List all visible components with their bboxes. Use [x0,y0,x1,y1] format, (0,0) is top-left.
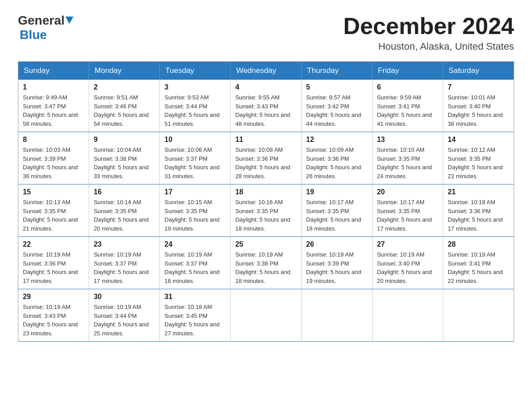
day-info: Sunrise: 10:18 AM Sunset: 3:36 PM Daylig… [448,198,509,233]
daylight-label: Daylight: 5 hours and 31 minutes. [164,164,219,180]
sunrise-label: Sunrise: 10:13 AM [23,199,70,206]
day-number: 18 [235,188,296,196]
table-row: 11 Sunrise: 10:08 AM Sunset: 3:36 PM Day… [231,132,301,184]
table-row: 14 Sunrise: 10:12 AM Sunset: 3:35 PM Day… [443,132,514,184]
sunset-label: Sunset: 3:46 PM [94,103,137,110]
daylight-label: Daylight: 5 hours and 51 minutes. [164,111,219,127]
table-row: 19 Sunrise: 10:17 AM Sunset: 3:35 PM Day… [301,184,372,237]
daylight-label: Daylight: 5 hours and 23 minutes. [448,164,503,180]
sunset-label: Sunset: 3:35 PM [306,208,349,214]
header-tuesday: Tuesday [160,62,231,80]
day-info: Sunrise: 10:18 AM Sunset: 3:45 PM Daylig… [164,303,226,338]
daylight-label: Daylight: 5 hours and 18 minutes. [164,269,219,284]
daylight-label: Daylight: 5 hours and 36 minutes. [23,164,78,180]
sunrise-label: Sunrise: 10:14 AM [94,199,141,206]
sunrise-label: Sunrise: 10:19 AM [164,251,212,258]
daylight-label: Daylight: 5 hours and 41 minutes. [377,111,432,127]
sunrise-label: Sunrise: 10:12 AM [448,146,495,153]
table-row: 27 Sunrise: 10:19 AM Sunset: 3:40 PM Day… [372,237,443,289]
day-info: Sunrise: 10:09 AM Sunset: 3:36 PM Daylig… [306,146,368,180]
day-info: Sunrise: 10:19 AM Sunset: 3:44 PM Daylig… [94,303,155,338]
table-row: 13 Sunrise: 10:10 AM Sunset: 3:35 PM Day… [372,132,443,184]
day-number: 26 [306,240,368,248]
sunrise-label: Sunrise: 9:53 AM [164,94,209,101]
day-info: Sunrise: 10:17 AM Sunset: 3:35 PM Daylig… [306,198,368,233]
table-row: 22 Sunrise: 10:19 AM Sunset: 3:36 PM Day… [18,237,89,289]
table-row: 23 Sunrise: 10:19 AM Sunset: 3:37 PM Day… [89,237,160,289]
day-info: Sunrise: 10:16 AM Sunset: 3:35 PM Daylig… [235,198,296,233]
day-number: 13 [377,136,438,144]
day-info: Sunrise: 10:19 AM Sunset: 3:39 PM Daylig… [306,250,368,285]
table-row: 15 Sunrise: 10:13 AM Sunset: 3:35 PM Day… [18,184,89,237]
table-row: 5 Sunrise: 9:57 AM Sunset: 3:42 PM Dayli… [301,80,372,132]
day-info: Sunrise: 10:19 AM Sunset: 3:40 PM Daylig… [377,250,438,285]
location-subtitle: Houston, Alaska, United States [343,41,514,52]
sunset-label: Sunset: 3:41 PM [448,260,491,267]
logo: General Blue [18,13,75,42]
header-friday: Friday [372,62,443,80]
day-number: 10 [164,136,226,144]
table-row: 21 Sunrise: 10:18 AM Sunset: 3:36 PM Day… [443,184,514,237]
table-row: 1 Sunrise: 9:49 AM Sunset: 3:47 PM Dayli… [18,80,89,132]
day-info: Sunrise: 10:19 AM Sunset: 3:38 PM Daylig… [235,250,296,285]
table-row: 20 Sunrise: 10:17 AM Sunset: 3:35 PM Day… [372,184,443,237]
sunset-label: Sunset: 3:35 PM [235,208,278,214]
table-row: 8 Sunrise: 10:03 AM Sunset: 3:39 PM Dayl… [18,132,89,184]
sunrise-label: Sunrise: 9:51 AM [94,94,138,101]
day-info: Sunrise: 9:59 AM Sunset: 3:41 PM Dayligh… [377,93,438,128]
day-number: 4 [235,83,296,91]
sunrise-label: Sunrise: 10:19 AM [94,304,141,310]
table-row: 29 Sunrise: 10:19 AM Sunset: 3:43 PM Day… [18,289,89,342]
day-info: Sunrise: 10:19 AM Sunset: 3:36 PM Daylig… [23,250,84,285]
day-number: 29 [23,293,84,301]
day-number: 8 [23,136,84,144]
day-info: Sunrise: 10:19 AM Sunset: 3:37 PM Daylig… [94,250,155,285]
sunset-label: Sunset: 3:35 PM [448,155,491,162]
header-thursday: Thursday [301,62,372,80]
sunrise-label: Sunrise: 10:19 AM [235,251,283,258]
sunset-label: Sunset: 3:43 PM [23,313,66,319]
day-info: Sunrise: 9:55 AM Sunset: 3:43 PM Dayligh… [235,93,296,128]
daylight-label: Daylight: 5 hours and 18 minutes. [306,216,361,232]
sunrise-label: Sunrise: 10:19 AM [377,251,425,258]
sunset-label: Sunset: 3:44 PM [94,313,137,319]
table-row [443,289,514,342]
sunrise-label: Sunrise: 9:59 AM [377,94,421,101]
day-number: 20 [377,188,438,196]
day-number: 31 [164,293,226,301]
header-monday: Monday [89,62,160,80]
table-row: 12 Sunrise: 10:09 AM Sunset: 3:36 PM Day… [301,132,372,184]
sunrise-label: Sunrise: 10:19 AM [23,304,70,310]
calendar-week-row: 1 Sunrise: 9:49 AM Sunset: 3:47 PM Dayli… [18,80,514,132]
sunset-label: Sunset: 3:36 PM [23,260,66,267]
table-row: 17 Sunrise: 10:15 AM Sunset: 3:35 PM Day… [160,184,231,237]
day-info: Sunrise: 9:51 AM Sunset: 3:46 PM Dayligh… [94,93,155,128]
sunrise-label: Sunrise: 9:57 AM [306,94,351,101]
sunset-label: Sunset: 3:40 PM [377,260,420,267]
day-info: Sunrise: 10:12 AM Sunset: 3:35 PM Daylig… [448,146,509,180]
logo-blue-text: Blue [20,28,47,42]
sunrise-label: Sunrise: 10:19 AM [306,251,354,258]
daylight-label: Daylight: 5 hours and 20 minutes. [377,269,432,284]
day-number: 11 [235,136,296,144]
sunset-label: Sunset: 3:36 PM [235,155,278,162]
table-row: 24 Sunrise: 10:19 AM Sunset: 3:37 PM Day… [160,237,231,289]
daylight-label: Daylight: 5 hours and 54 minutes. [94,111,149,127]
daylight-label: Daylight: 5 hours and 17 minutes. [377,216,432,232]
day-info: Sunrise: 10:17 AM Sunset: 3:35 PM Daylig… [377,198,438,233]
header-wednesday: Wednesday [231,62,301,80]
sunset-label: Sunset: 3:35 PM [164,208,207,214]
day-number: 15 [23,188,84,196]
sunrise-label: Sunrise: 9:49 AM [23,94,67,101]
table-row: 26 Sunrise: 10:19 AM Sunset: 3:39 PM Day… [301,237,372,289]
table-row [301,289,372,342]
day-info: Sunrise: 10:03 AM Sunset: 3:39 PM Daylig… [23,146,84,180]
calendar-week-row: 8 Sunrise: 10:03 AM Sunset: 3:39 PM Dayl… [18,132,514,184]
day-number: 28 [448,240,509,248]
logo-triangle-icon [64,15,74,26]
day-number: 3 [164,83,226,91]
table-row: 7 Sunrise: 10:01 AM Sunset: 3:40 PM Dayl… [443,80,514,132]
sunset-label: Sunset: 3:42 PM [306,103,349,110]
sunset-label: Sunset: 3:37 PM [94,260,137,267]
daylight-label: Daylight: 5 hours and 38 minutes. [448,111,503,127]
